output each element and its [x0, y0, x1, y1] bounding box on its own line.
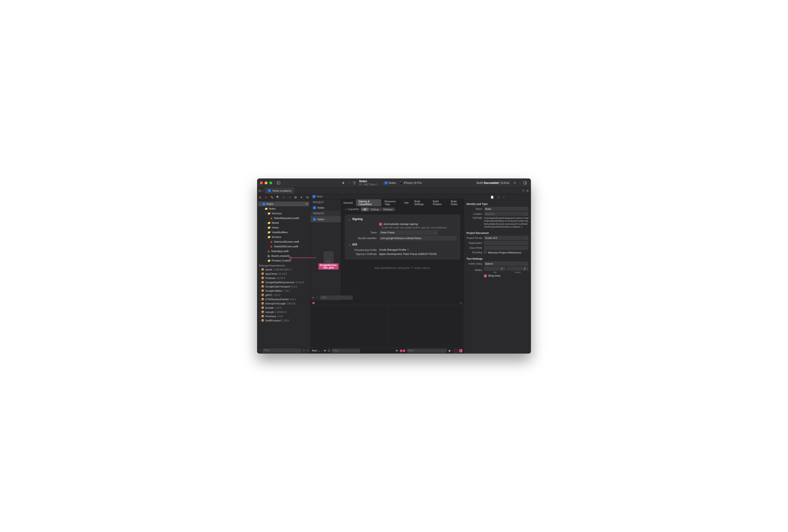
name-input[interactable] [484, 207, 529, 211]
help-inspector-icon[interactable]: ? [503, 196, 504, 199]
info-icon[interactable]: ⓘ [328, 349, 330, 352]
metrics-icon[interactable]: ⬤⬤ [400, 349, 405, 352]
package-firebase[interactable]: ›📦Firebase 10.24.0 [257, 276, 310, 280]
scheme-selector[interactable]: | A Notes › 📱 iPhone 15 Pro [382, 181, 422, 184]
recent-filter-icon[interactable]: ◷ [303, 349, 305, 352]
auto-popup[interactable]: Auto ⌄ [312, 349, 320, 352]
package-appcheck[interactable]: ›📦AppCheck 10.19.0 [257, 272, 310, 276]
config-segment[interactable]: All Debug Release [361, 208, 395, 211]
tree-folder-viewmodifiers[interactable]: ›📁ViewModifiers [257, 230, 310, 235]
debug-tab-indicator[interactable] [312, 302, 315, 304]
console-pane[interactable] [387, 305, 464, 348]
tab-notes-xcodeproj[interactable]: A Notes.xcodeproj [265, 188, 294, 194]
test-navigator-icon[interactable]: ◇ [288, 196, 292, 199]
tab-resource-tags[interactable]: Resource Tags [382, 199, 401, 206]
remove-target-button[interactable]: － [316, 296, 318, 299]
project-format-popup[interactable]: Xcode 14.0 [484, 236, 529, 240]
find-navigator-icon[interactable]: 🔍 [276, 196, 280, 199]
scm-filter-icon[interactable]: ▭ [307, 349, 309, 352]
maximize-button[interactable] [269, 181, 272, 184]
tree-folder-preview[interactable]: ›📁Preview Content [257, 258, 310, 263]
issue-navigator-icon[interactable]: ⚠ [282, 196, 286, 199]
tab-build-settings[interactable]: Build Settings [412, 199, 430, 206]
tree-file-notesrepository[interactable]: ◉NotesRepository.swift [257, 216, 310, 220]
wrap-lines-checkbox[interactable]: ✓ [484, 275, 487, 277]
tree-folder-views[interactable]: ›📁Views [257, 225, 310, 230]
team-popup[interactable]: Peter Friese [379, 230, 438, 235]
package-gtmsessionfetcher[interactable]: ›📦GTMSessionFetcher 3.4.1 [257, 297, 310, 301]
tree-file-noteslistscreen[interactable]: ◉NotesListScreen.swift [257, 239, 310, 244]
tab-general[interactable]: General [341, 201, 355, 205]
tree-root-notes[interactable]: ⌄ANotesM [258, 201, 309, 206]
file-inspector-icon[interactable]: 📄 [491, 196, 494, 199]
project-navigator-icon[interactable]: ▦ [258, 196, 262, 199]
toggle-console-button[interactable] [459, 349, 462, 352]
package-swiftprotobuf[interactable]: ›📦SwiftProtobuf 1.26.0 [257, 318, 310, 323]
tree-folder-notes[interactable]: ⌄📁Notes [257, 206, 310, 211]
show-debug-icon[interactable]: ▭ [460, 301, 462, 304]
tree-folder-screens[interactable]: ⌄📁Screens [257, 235, 310, 239]
source-control-navigator-icon[interactable]: ⎋ [264, 196, 268, 199]
organization-input[interactable] [484, 241, 529, 245]
reveal-icon[interactable]: ➜ [520, 225, 523, 228]
bookmark-navigator-icon[interactable]: 🔖 [270, 196, 274, 199]
trash-icon[interactable]: 🗑 [448, 349, 451, 352]
package-nanopb[interactable]: ›📦nanopb 2.30910.0 [257, 310, 310, 314]
add-target-button[interactable]: ＋ [312, 296, 314, 299]
debug-navigator-icon[interactable]: ▦ [293, 196, 298, 199]
scheme-icon[interactable] [352, 180, 358, 185]
minimize-button[interactable] [264, 181, 268, 184]
forward-button[interactable]: › [263, 189, 264, 192]
eye-icon[interactable]: 👁 [396, 349, 398, 352]
minimize-refs-checkbox[interactable] [484, 251, 487, 254]
add-files-button[interactable]: ＋ [258, 349, 261, 352]
package-googleutilities[interactable]: ›📦GoogleUtilities 7.13.1 [257, 289, 310, 293]
indent-using-popup[interactable]: Spaces [484, 261, 529, 266]
disclosure-icon[interactable]: ⌄ [349, 217, 351, 221]
package-leveldb[interactable]: ›📦leveldb 1.22.5 [257, 306, 310, 310]
variables-pane[interactable] [311, 305, 387, 348]
tree-folder-model[interactable]: ›📁Model [257, 220, 310, 225]
toggle-variables-button[interactable] [454, 349, 458, 352]
tree-folder-services[interactable]: ⌄📁Services [257, 211, 310, 216]
history-inspector-icon[interactable]: ◷ [497, 196, 499, 199]
package-promises[interactable]: ›📦Promises 2.4.0 [257, 314, 310, 318]
indent-width-stepper[interactable]: 2 [507, 267, 529, 271]
related-items-icon[interactable]: ▤ [258, 189, 261, 192]
package-googleappmeasurement[interactable]: ›📦GoogleAppMeasurement 10.24.0 [257, 280, 310, 284]
package-abseil[interactable]: ›📦abseil 1.2024011601.1 [257, 268, 310, 272]
tree-file-noteeditscreen[interactable]: ◉NoteEditScreen.swift [257, 244, 310, 249]
breakpoint-navigator-icon[interactable]: ◈ [299, 196, 303, 199]
navigator-filter-input[interactable] [262, 348, 301, 353]
refresh-icon[interactable]: ⇆ [522, 189, 524, 192]
tree-file-notesapp[interactable]: ◉NotesApp.swift [257, 249, 310, 254]
tab-build-phases[interactable]: Build Phases [431, 199, 448, 206]
add-button[interactable] [512, 180, 518, 185]
project-tree[interactable]: ⌄ANotesM ⌄📁Notes ⌄📁Services ◉NotesReposi… [257, 201, 310, 347]
auto-manage-checkbox[interactable]: ✓ [379, 223, 382, 225]
eye-icon[interactable]: 👁 [324, 349, 326, 352]
info-icon[interactable]: ⓘ [407, 248, 409, 251]
console-filter-input[interactable] [407, 349, 447, 353]
package-interopforgoogle[interactable]: ›📦InteropForGoogle 100.0.0 [257, 301, 310, 306]
target-item-notes[interactable]: ANotes [311, 216, 341, 222]
disclosure-icon[interactable]: ⌄ [349, 243, 351, 246]
report-navigator-icon[interactable]: ▤ [305, 196, 310, 199]
run-button[interactable] [340, 180, 347, 185]
toggle-navigator-button[interactable] [275, 180, 282, 185]
tab-signing[interactable]: Signing & Capabilities [356, 199, 381, 206]
project-item-notes[interactable]: ANotes [311, 205, 341, 211]
bundle-identifier-input[interactable] [379, 236, 456, 240]
tab-info[interactable]: Info [402, 201, 411, 205]
class-prefix-input[interactable] [484, 246, 529, 250]
tab-width-stepper[interactable]: 2 [484, 267, 506, 271]
traffic-lights[interactable] [260, 181, 272, 184]
editor-options-icon[interactable]: ▥ [526, 189, 529, 192]
variables-filter-input[interactable] [332, 349, 360, 353]
add-capability-button[interactable]: ＋ Capability [344, 208, 359, 211]
package-googledatatransport[interactable]: ›📦GoogleDataTransport 9.4.0 [257, 284, 310, 289]
package-grpc[interactable]: ›📦gRPC 1.62.2 [257, 293, 310, 297]
close-button[interactable] [260, 181, 263, 184]
location-popup[interactable]: Absolute [484, 212, 529, 216]
jump-bar[interactable]: A Notes [311, 194, 464, 199]
